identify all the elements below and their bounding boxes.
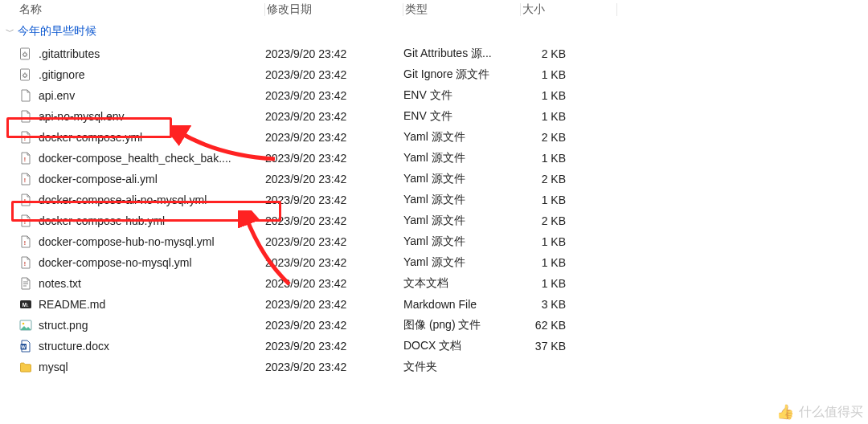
svg-text:M↓: M↓ [23, 302, 30, 308]
png-icon [18, 319, 34, 332]
yaml-icon: ! [18, 152, 34, 165]
file-size: 1 KB [521, 194, 617, 206]
table-row[interactable]: mysql2023/9/20 23:42文件夹 [0, 357, 868, 377]
file-type: Git Ignore 源文件 [403, 67, 521, 82]
svg-rect-2 [21, 69, 30, 80]
table-row[interactable]: api-no-mysql.env2023/9/20 23:42ENV 文件1 K… [0, 106, 868, 127]
column-header-type[interactable]: 类型 [403, 3, 521, 16]
file-type: Markdown File [403, 298, 521, 311]
file-size: 1 KB [521, 89, 617, 102]
file-date: 2023/9/20 23:42 [265, 277, 403, 290]
table-row[interactable]: struct.png2023/9/20 23:42图像 (png) 文件62 K… [0, 315, 868, 336]
svg-text:!: ! [24, 219, 26, 225]
svg-text:!: ! [24, 240, 26, 246]
svg-text:!: ! [24, 198, 26, 204]
file-date: 2023/9/20 23:42 [265, 340, 403, 353]
file-date: 2023/9/20 23:42 [265, 89, 403, 102]
file-type: Yaml 源文件 [403, 255, 521, 270]
svg-text:!: ! [24, 136, 26, 141]
file-date: 2023/9/20 23:42 [265, 256, 403, 269]
file-name: docker-compose-hub-no-mysql.yml [39, 235, 265, 248]
table-row[interactable]: .gitignore2023/9/20 23:42Git Ignore 源文件1… [0, 64, 868, 85]
file-list: .gitattributes2023/9/20 23:42Git Attribu… [0, 43, 868, 377]
file-date: 2023/9/20 23:42 [265, 214, 403, 227]
group-header[interactable]: ﹀ 今年的早些时候 [0, 19, 868, 43]
file-name: structure.docx [39, 340, 265, 353]
file-date: 2023/9/20 23:42 [265, 47, 403, 60]
file-name: README.md [39, 298, 265, 311]
group-label: 今年的早些时候 [18, 24, 96, 39]
text-icon [18, 277, 34, 290]
file-date: 2023/9/20 23:42 [265, 131, 403, 144]
file-date: 2023/9/20 23:42 [265, 68, 403, 81]
svg-rect-0 [21, 48, 30, 59]
file-type: Yaml 源文件 [403, 214, 521, 228]
file-type: 文件夹 [403, 360, 521, 374]
file-size: 1 KB [521, 110, 617, 123]
table-row[interactable]: !docker-compose-hub-no-mysql.yml2023/9/2… [0, 231, 868, 252]
file-name: api-no-mysql.env [39, 110, 265, 123]
chevron-down-icon: ﹀ [5, 26, 14, 38]
watermark-text: 什么值得买 [799, 404, 863, 421]
file-type: 文本文档 [403, 276, 521, 291]
table-row[interactable]: M↓README.md2023/9/20 23:42Markdown File3… [0, 294, 868, 315]
file-date: 2023/9/20 23:42 [265, 194, 403, 206]
file-type: 图像 (png) 文件 [403, 318, 521, 332]
file-type: Yaml 源文件 [403, 151, 521, 165]
file-type: Yaml 源文件 [403, 172, 521, 186]
file-type: Yaml 源文件 [403, 130, 521, 145]
table-row[interactable]: !docker-compose-ali.yml2023/9/20 23:42Ya… [0, 169, 868, 190]
file-name: docker-compose-ali-no-mysql.yml [39, 194, 265, 206]
yaml-icon: ! [18, 131, 34, 144]
file-name: docker-compose_health_check_bak.... [39, 152, 265, 165]
table-row[interactable]: !docker-compose.yml2023/9/20 23:42Yaml 源… [0, 127, 868, 148]
file-size: 3 KB [521, 298, 617, 311]
column-header-row: 名称 修改日期 类型 大小 [0, 0, 868, 19]
page-icon [18, 89, 34, 102]
file-date: 2023/9/20 23:42 [265, 235, 403, 248]
thumbs-up-icon: 👍 [775, 402, 796, 422]
file-date: 2023/9/20 23:42 [265, 361, 403, 373]
file-date: 2023/9/20 23:42 [265, 152, 403, 165]
table-row[interactable]: !docker-compose_health_check_bak....2023… [0, 148, 868, 169]
yaml-icon: ! [18, 256, 34, 269]
file-name: struct.png [39, 319, 265, 332]
file-size: 2 KB [521, 173, 617, 186]
file-name: notes.txt [39, 277, 265, 290]
file-size: 62 KB [521, 319, 617, 332]
file-type: DOCX 文档 [403, 339, 521, 353]
file-date: 2023/9/20 23:42 [265, 319, 403, 332]
yaml-icon: ! [18, 235, 34, 248]
file-type: Yaml 源文件 [403, 193, 521, 207]
yaml-icon: ! [18, 173, 34, 186]
table-row[interactable]: .gitattributes2023/9/20 23:42Git Attribu… [0, 43, 868, 64]
file-type: Git Attributes 源... [403, 47, 521, 61]
gear-icon [18, 68, 34, 81]
file-name: docker-compose-hub.yml [39, 214, 265, 227]
column-header-name[interactable]: 名称 [18, 3, 265, 16]
md-icon: M↓ [18, 298, 34, 311]
column-header-date[interactable]: 修改日期 [265, 3, 403, 16]
file-name: api.env [39, 89, 265, 102]
file-name: docker-compose-no-mysql.yml [39, 256, 265, 269]
file-name: .gitattributes [39, 47, 265, 60]
table-row[interactable]: !docker-compose-hub.yml2023/9/20 23:42Ya… [0, 210, 868, 231]
file-size: 1 KB [521, 152, 617, 165]
file-size: 1 KB [521, 256, 617, 269]
file-size: 37 KB [521, 340, 617, 353]
column-header-size[interactable]: 大小 [521, 3, 617, 16]
table-row[interactable]: api.env2023/9/20 23:42ENV 文件1 KB [0, 85, 868, 106]
table-row[interactable]: Wstructure.docx2023/9/20 23:42DOCX 文档37 … [0, 336, 868, 357]
file-name: docker-compose.yml [39, 131, 265, 144]
table-row[interactable]: notes.txt2023/9/20 23:42文本文档1 KB [0, 273, 868, 294]
table-row[interactable]: !docker-compose-no-mysql.yml2023/9/20 23… [0, 252, 868, 273]
svg-text:!: ! [24, 177, 26, 183]
svg-text:W: W [21, 344, 26, 349]
file-type: ENV 文件 [403, 109, 521, 124]
file-size: 2 KB [521, 47, 617, 60]
svg-text:!: ! [24, 261, 26, 267]
file-date: 2023/9/20 23:42 [265, 298, 403, 311]
file-name: mysql [39, 361, 265, 373]
table-row[interactable]: !docker-compose-ali-no-mysql.yml2023/9/2… [0, 190, 868, 210]
file-type: ENV 文件 [403, 88, 521, 103]
